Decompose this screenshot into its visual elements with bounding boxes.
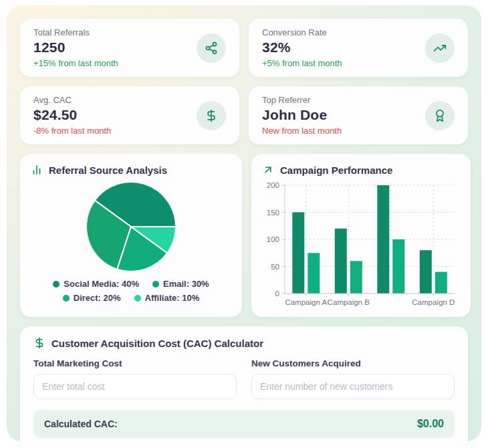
stat-delta: +5% from last month bbox=[262, 58, 342, 68]
x-axis-tick-label: Campaign A bbox=[285, 298, 327, 306]
arrow-up-right-icon bbox=[262, 164, 274, 176]
y-axis-tick-label: 50 bbox=[271, 263, 279, 271]
legend-label: Social Media: 40% bbox=[64, 279, 139, 289]
field-total-marketing-cost: Total Marketing Cost bbox=[33, 358, 237, 399]
bar-chart: 050100150200Campaign ACampaign BCampaign… bbox=[262, 180, 460, 311]
stat-text: Total Referrals 1250 +15% from last mont… bbox=[33, 27, 118, 68]
stat-value: 32% bbox=[262, 39, 342, 55]
bar-campaign-d-primary bbox=[420, 250, 432, 294]
field-label: Total Marketing Cost bbox=[33, 358, 237, 368]
field-label: New Customers Acquired bbox=[251, 358, 455, 368]
cac-calculator-card: Customer Acquisition Cost (CAC) Calculat… bbox=[20, 326, 468, 448]
y-axis-tick-label: 200 bbox=[267, 181, 279, 189]
total-marketing-cost-input[interactable] bbox=[33, 374, 237, 399]
card-title: Customer Acquisition Cost (CAC) Calculat… bbox=[51, 338, 263, 349]
legend-dot bbox=[63, 295, 70, 302]
stat-value: 1250 bbox=[33, 39, 118, 55]
bar-chart-icon bbox=[31, 164, 43, 176]
charts-grid: Referral Source Analysis Social Media: 4… bbox=[20, 154, 468, 317]
stat-card-conversion-rate: Conversion Rate 32% +5% from last month bbox=[249, 19, 468, 77]
referral-source-header: Referral Source Analysis bbox=[31, 164, 231, 176]
stat-value: $24.50 bbox=[33, 107, 111, 123]
legend-row: Social Media: 40%Email: 30% bbox=[31, 279, 231, 289]
stat-card-total-referrals: Total Referrals 1250 +15% from last mont… bbox=[20, 19, 239, 77]
bar-campaign-c-primary bbox=[377, 185, 389, 294]
bar-campaign-b-primary bbox=[335, 229, 347, 294]
legend-item-email: Email: 30% bbox=[152, 279, 209, 289]
cac-calculator-header: Customer Acquisition Cost (CAC) Calculat… bbox=[33, 337, 455, 349]
share-icon bbox=[197, 33, 226, 63]
stat-text: Avg. CAC $24.50 -8% from last month bbox=[33, 95, 111, 136]
x-axis-tick-label: Campaign B bbox=[328, 298, 370, 306]
bar-campaign-b-secondary bbox=[350, 261, 362, 294]
stat-label: Conversion Rate bbox=[262, 27, 342, 37]
stat-text: Conversion Rate 32% +5% from last month bbox=[262, 27, 342, 68]
bar-campaign-a-secondary bbox=[308, 253, 320, 294]
dollar-icon bbox=[197, 101, 226, 130]
campaign-performance-header: Campaign Performance bbox=[262, 164, 460, 176]
legend-label: Email: 30% bbox=[163, 279, 209, 289]
legend-item-social-media: Social Media: 40% bbox=[53, 279, 139, 289]
stats-grid: Total Referrals 1250 +15% from last mont… bbox=[20, 19, 468, 144]
stat-card-top-referrer: Top Referrer John Doe New from last mont… bbox=[249, 86, 468, 144]
bar-campaign-a-primary bbox=[292, 213, 304, 294]
stat-delta: -8% from last month bbox=[33, 126, 111, 136]
legend-item-direct: Direct: 20% bbox=[63, 293, 121, 303]
calculated-cac-label: Calculated CAC: bbox=[44, 419, 118, 429]
card-title: Referral Source Analysis bbox=[49, 164, 167, 176]
legend-label: Direct: 20% bbox=[74, 293, 121, 303]
stat-label: Avg. CAC bbox=[33, 95, 111, 105]
stat-card-avg-cac: Avg. CAC $24.50 -8% from last month bbox=[20, 86, 239, 144]
stat-delta: +15% from last month bbox=[33, 58, 118, 68]
award-icon bbox=[425, 101, 455, 130]
calc-fields: Total Marketing Cost New Customers Acqui… bbox=[33, 358, 455, 399]
stat-value: John Doe bbox=[262, 107, 342, 123]
field-new-customers-acquired: New Customers Acquired bbox=[251, 358, 455, 399]
stat-text: Top Referrer John Doe New from last mont… bbox=[262, 95, 342, 136]
legend-dot bbox=[152, 281, 159, 288]
new-customers-input[interactable] bbox=[251, 374, 455, 399]
campaign-performance-card: Campaign Performance 050100150200Campaig… bbox=[251, 154, 471, 317]
y-axis-tick-label: 0 bbox=[275, 290, 279, 298]
pie-chart bbox=[31, 180, 231, 273]
dashboard: Total Referrals 1250 +15% from last mont… bbox=[7, 5, 481, 441]
calculated-cac-value: $0.00 bbox=[417, 418, 444, 430]
calculated-cac-box: Calculated CAC: $0.00 bbox=[33, 410, 455, 438]
bar-campaign-d-secondary bbox=[435, 272, 447, 294]
pie-legend: Social Media: 40%Email: 30%Direct: 20%Af… bbox=[31, 279, 231, 303]
y-axis-tick-label: 100 bbox=[267, 235, 279, 243]
y-axis-tick-label: 150 bbox=[267, 209, 279, 217]
legend-label: Affiliate: 10% bbox=[145, 293, 200, 303]
bar-campaign-c-secondary bbox=[392, 239, 404, 294]
dollar-icon bbox=[33, 337, 45, 349]
stat-label: Total Referrals bbox=[33, 27, 118, 37]
legend-dot bbox=[53, 281, 59, 288]
referral-source-card: Referral Source Analysis Social Media: 4… bbox=[20, 154, 242, 317]
x-axis-tick-label: Campaign D bbox=[412, 298, 455, 306]
stat-label: Top Referrer bbox=[262, 95, 342, 105]
trending-up-icon bbox=[425, 33, 455, 63]
card-title: Campaign Performance bbox=[280, 164, 392, 176]
stat-delta: New from last month bbox=[262, 126, 342, 136]
legend-dot bbox=[134, 295, 141, 302]
legend-item-affiliate: Affiliate: 10% bbox=[134, 293, 200, 303]
legend-row: Direct: 20%Affiliate: 10% bbox=[31, 293, 231, 303]
